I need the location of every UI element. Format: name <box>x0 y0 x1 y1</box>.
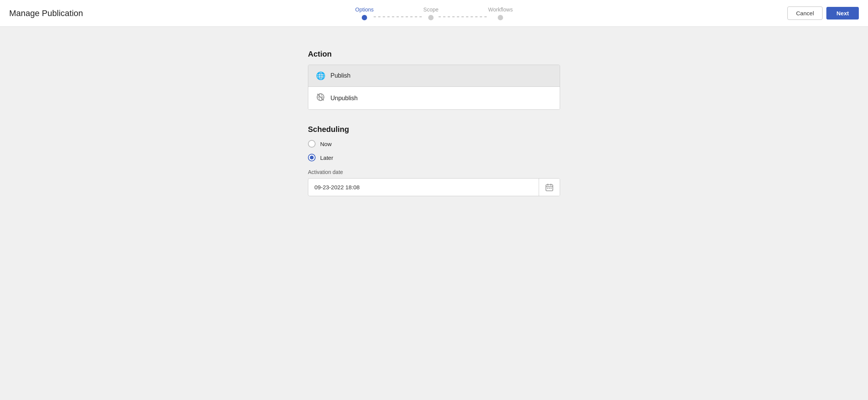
step-options-indicator <box>362 15 367 20</box>
step-line-2-bar <box>439 16 488 17</box>
cancel-button[interactable]: Cancel <box>787 7 823 20</box>
step-workflows-label: Workflows <box>488 7 513 13</box>
step-scope-indicator <box>428 15 434 20</box>
main-content: Action 🌐 Publish Unpublish <box>0 27 868 219</box>
svg-rect-10 <box>551 188 552 189</box>
step-line-1 <box>374 16 423 17</box>
action-item-publish[interactable]: 🌐 Publish <box>308 65 560 87</box>
step-scope-dot <box>428 15 434 20</box>
scheduling-section: Scheduling Now Later Activation date <box>308 125 560 196</box>
globe-icon: 🌐 <box>316 71 325 80</box>
step-scope-label: Scope <box>423 7 439 13</box>
stepper: Options Scope Workflows <box>355 7 513 20</box>
next-button[interactable]: Next <box>826 7 859 20</box>
action-list: 🌐 Publish Unpublish <box>308 65 560 110</box>
calendar-button[interactable] <box>539 179 560 196</box>
activation-date-input[interactable] <box>308 179 539 196</box>
radio-now-label: Now <box>320 141 332 147</box>
header-actions: Cancel Next <box>787 7 859 20</box>
step-options: Options <box>355 7 374 20</box>
step-options-dot <box>362 15 367 20</box>
radio-now-circle <box>308 140 316 148</box>
action-item-publish-label: Publish <box>330 72 350 79</box>
step-line-1-bar <box>374 16 423 17</box>
action-section-title: Action <box>308 50 560 59</box>
radio-now[interactable]: Now <box>308 140 560 148</box>
header: Manage Publication Options Scope Workflo… <box>0 0 868 27</box>
activation-date-label: Activation date <box>308 169 560 175</box>
step-line-2 <box>439 16 488 17</box>
svg-rect-9 <box>549 188 550 189</box>
step-workflows-dot <box>498 15 503 20</box>
radio-later-circle <box>308 154 316 161</box>
step-workflows: Workflows <box>488 7 513 20</box>
date-input-wrapper <box>308 178 560 196</box>
action-item-unpublish[interactable]: Unpublish <box>308 87 560 109</box>
step-options-label: Options <box>355 7 374 13</box>
radio-later[interactable]: Later <box>308 154 560 161</box>
calendar-icon <box>545 183 554 192</box>
page-title: Manage Publication <box>9 8 83 18</box>
content-area: Action 🌐 Publish Unpublish <box>308 50 560 196</box>
action-item-unpublish-label: Unpublish <box>330 95 358 102</box>
unpublish-icon <box>316 93 325 103</box>
scheduling-radio-group: Now Later <box>308 140 560 161</box>
step-workflows-indicator <box>498 15 503 20</box>
svg-rect-8 <box>547 188 548 189</box>
step-scope: Scope <box>423 7 439 20</box>
radio-later-label: Later <box>320 154 333 161</box>
scheduling-section-title: Scheduling <box>308 125 560 134</box>
